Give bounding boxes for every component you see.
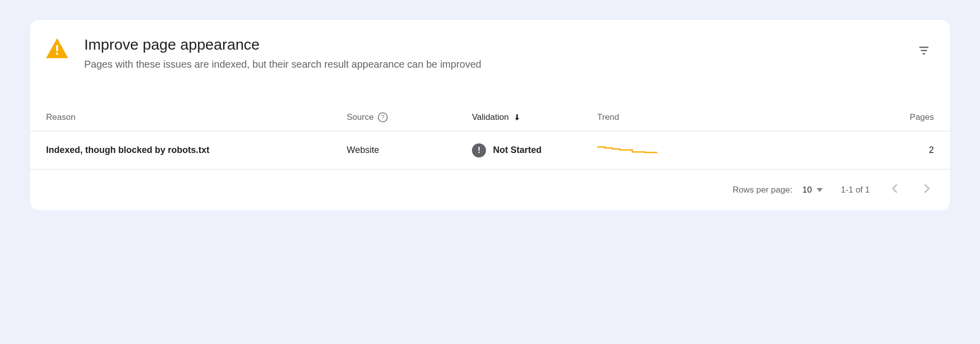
- filter-icon[interactable]: [914, 40, 934, 62]
- svg-rect-1: [56, 53, 58, 55]
- trend-sparkline: [597, 144, 657, 156]
- rows-per-page-select[interactable]: 10: [802, 185, 823, 195]
- dropdown-icon: [817, 188, 823, 192]
- status-not-started-icon: !: [472, 143, 486, 157]
- pagination-bar: Rows per page: 10 1-1 of 1: [30, 169, 950, 210]
- column-header-pages[interactable]: Pages: [894, 112, 934, 122]
- card-subtitle: Pages with these issues are indexed, but…: [84, 57, 535, 71]
- cell-pages: 2: [894, 145, 934, 155]
- cell-validation: ! Not Started: [472, 143, 597, 157]
- issues-card: Improve page appearance Pages with these…: [30, 20, 950, 210]
- rows-per-page-label: Rows per page:: [732, 185, 792, 195]
- card-title: Improve page appearance: [84, 36, 535, 53]
- header-text: Improve page appearance Pages with these…: [84, 36, 535, 71]
- rows-per-page-value: 10: [802, 185, 812, 195]
- column-header-source[interactable]: Source ?: [347, 112, 472, 122]
- column-header-reason[interactable]: Reason: [46, 112, 347, 122]
- card-header: Improve page appearance Pages with these…: [30, 20, 950, 83]
- cell-trend: [597, 144, 697, 156]
- column-header-validation[interactable]: Validation: [472, 112, 597, 122]
- column-header-trend[interactable]: Trend: [597, 112, 697, 122]
- sort-down-icon: [513, 113, 522, 122]
- svg-rect-0: [56, 45, 58, 51]
- cell-source: Website: [347, 145, 472, 155]
- table-row[interactable]: Indexed, though blocked by robots.txt We…: [30, 131, 950, 169]
- cell-reason: Indexed, though blocked by robots.txt: [46, 145, 347, 155]
- page-range: 1-1 of 1: [841, 185, 870, 195]
- column-header-source-label: Source: [347, 112, 374, 122]
- next-page-button[interactable]: [920, 180, 934, 200]
- column-header-validation-label: Validation: [472, 112, 509, 122]
- table-header-row: Reason Source ? Validation Trend Pages: [30, 103, 950, 131]
- help-icon[interactable]: ?: [378, 112, 388, 122]
- warning-icon: [46, 38, 68, 60]
- validation-status-text: Not Started: [493, 145, 542, 155]
- prev-page-button[interactable]: [888, 180, 902, 200]
- rows-per-page: Rows per page: 10: [732, 185, 823, 195]
